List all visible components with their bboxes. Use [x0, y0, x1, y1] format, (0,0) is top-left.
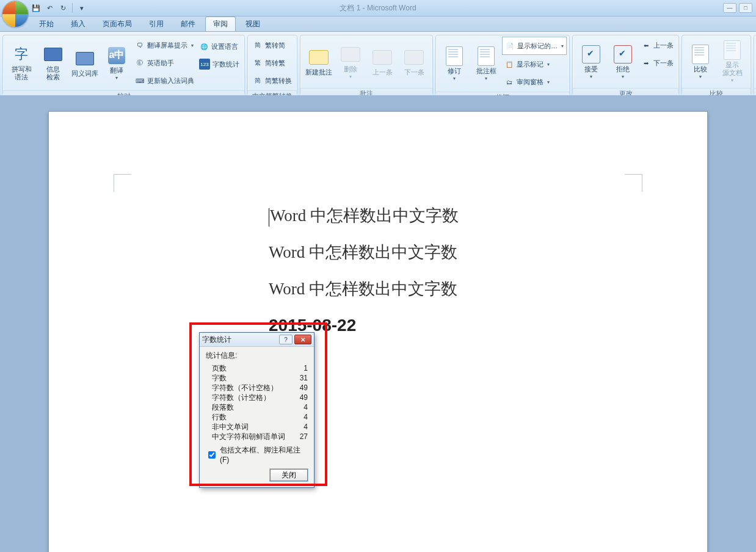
- btn-set-language[interactable]: 🌐 设置语言: [197, 38, 242, 55]
- spellcheck-icon: 字: [12, 45, 31, 64]
- dialog-close-btn[interactable]: 关闭: [270, 469, 308, 481]
- window-title: 文档 1 - Microsoft Word: [0, 3, 756, 13]
- new-comment-icon: [309, 48, 329, 67]
- btn-thesaurus[interactable]: 同义词库: [69, 38, 101, 88]
- btn-ime-update[interactable]: ⌨ 更新输入法词典: [133, 72, 197, 89]
- qat-redo[interactable]: ↻: [57, 2, 68, 13]
- btn-english-assistant[interactable]: Ⓔ 英语助手: [133, 54, 197, 71]
- stat-lines: 行数 4: [206, 412, 308, 422]
- tab-view[interactable]: 视图: [238, 17, 267, 31]
- btn-compare[interactable]: 比较: [685, 37, 716, 87]
- dialog-header: 统计信息:: [206, 350, 308, 361]
- qat-separator: [72, 3, 73, 13]
- delete-comment-icon: [341, 45, 360, 64]
- tab-home[interactable]: 开始: [32, 17, 61, 31]
- btn-research[interactable]: 信息检索: [37, 38, 69, 88]
- source-doc-icon: [722, 40, 742, 60]
- qat-undo[interactable]: ↶: [44, 2, 55, 13]
- balloons-icon: [476, 46, 496, 66]
- btn-show-markup[interactable]: 📋 显示标记: [502, 56, 567, 73]
- tab-review[interactable]: 审阅: [205, 16, 236, 31]
- ribbon: 字 拼写和语法 信息检索 同义词库 a中 翻译 🗨 翻译屏幕提示: [0, 32, 756, 98]
- btn-sc-to-tc[interactable]: 繁 简转繁: [250, 54, 294, 71]
- margin-mark-tr: [625, 174, 642, 192]
- btn-next-change[interactable]: ➡ 下一条: [639, 54, 676, 71]
- tab-mailings[interactable]: 邮件: [173, 17, 203, 31]
- dialog-close-button[interactable]: ✕: [294, 335, 311, 344]
- btn-show-source[interactable]: 显示源文档: [716, 37, 748, 87]
- btn-reviewing-pane[interactable]: 🗂 审阅窗格: [502, 73, 567, 90]
- research-icon: [43, 45, 63, 64]
- prev-change-icon: ⬅: [641, 40, 651, 50]
- ribbon-tabs: 开始 插入 页面布局 引用 邮件 审阅 视图: [0, 16, 756, 32]
- qat-customize[interactable]: ▾: [76, 2, 87, 13]
- reject-icon: [613, 45, 633, 64]
- minimize-button[interactable]: —: [723, 3, 736, 13]
- document-area[interactable]: Word 中怎样数出中文字数 Word 中怎样数出中文字数 Word 中怎样数出…: [0, 95, 756, 552]
- dd-display-for-review[interactable]: 📄 显示标记的…: [502, 37, 567, 55]
- dialog-help-button[interactable]: ?: [279, 335, 293, 344]
- group-proofing: 字 拼写和语法 信息检索 同义词库 a中 翻译 🗨 翻译屏幕提示: [2, 35, 245, 95]
- dialog-title: 字数统计: [202, 335, 279, 345]
- include-textboxes-input[interactable]: [208, 451, 216, 459]
- thesaurus-icon: [75, 49, 95, 68]
- english-icon: Ⓔ: [135, 58, 145, 68]
- sc-tc-icon: 繁: [253, 58, 263, 68]
- save-icon: 💾: [32, 4, 40, 12]
- stat-paragraphs: 段落数 4: [206, 402, 308, 412]
- pane-icon: 🗂: [504, 77, 514, 87]
- btn-spelling[interactable]: 字 拼写和语法: [5, 38, 37, 88]
- btn-accept[interactable]: 接受: [575, 37, 607, 87]
- group-compare: 比较 显示源文档 比较: [681, 35, 751, 95]
- btn-reject[interactable]: 拒绝: [607, 37, 639, 87]
- doc-line-2: Word 中怎样数出中文字数: [269, 234, 459, 271]
- btn-prev-comment[interactable]: 上一条: [366, 37, 398, 87]
- maximize-button[interactable]: □: [739, 3, 752, 13]
- compare-icon: [691, 45, 710, 64]
- btn-translation-tip[interactable]: 🗨 翻译屏幕提示: [133, 37, 197, 54]
- tab-references[interactable]: 引用: [142, 17, 171, 31]
- btn-track-changes[interactable]: 修订: [438, 38, 470, 89]
- display-review-icon: 📄: [505, 41, 515, 51]
- language-icon: 🌐: [199, 42, 209, 51]
- group-tracking: 修订 批注框 📄 显示标记的… 📋 显示标记 🗂 审阅窗格: [435, 35, 570, 95]
- stat-chinese-korean: 中文字符和朝鲜语单词 27: [206, 432, 308, 441]
- stat-words: 字数 31: [206, 373, 308, 383]
- stat-pages: 页数 1: [206, 363, 308, 373]
- qat-save[interactable]: 💾: [31, 2, 42, 13]
- tip-icon: 🗨: [135, 40, 145, 50]
- btn-delete-comment[interactable]: 删除: [335, 37, 366, 87]
- btn-prev-change[interactable]: ⬅ 上一条: [639, 37, 676, 54]
- office-button[interactable]: [2, 1, 29, 27]
- margin-mark-tl: [114, 174, 131, 192]
- stat-non-chinese: 非中文单词 4: [206, 422, 308, 432]
- btn-next-comment[interactable]: 下一条: [398, 37, 430, 87]
- tab-insert[interactable]: 插入: [64, 17, 93, 31]
- dialog-title-bar[interactable]: 字数统计 ? ✕: [200, 333, 314, 347]
- track-icon: [445, 46, 464, 66]
- title-bar: 💾 ↶ ↻ ▾ 文档 1 - Microsoft Word — □: [0, 0, 756, 16]
- translate-icon: a中: [107, 46, 126, 65]
- group-chinese: 简 繁转简 繁 简转繁 简 简繁转换 中文简繁转换: [247, 35, 297, 95]
- group-protect: 保护文档 保护: [754, 35, 756, 95]
- window-controls: — □: [723, 3, 756, 13]
- dialog-body: 统计信息: 页数 1 字数 31 字符数（不计空格） 49 字符数（计空格） 4…: [200, 347, 314, 487]
- tab-layout[interactable]: 页面布局: [95, 17, 139, 31]
- group-comments: 新建批注 删除 上一条 下一条 批注: [300, 35, 433, 95]
- convert-icon: 简: [253, 76, 263, 85]
- prev-comment-icon: [373, 48, 392, 67]
- btn-new-comment[interactable]: 新建批注: [303, 37, 335, 87]
- btn-balloons[interactable]: 批注框: [470, 38, 502, 89]
- next-comment-icon: [404, 48, 424, 67]
- btn-translate[interactable]: a中 翻译: [101, 38, 133, 88]
- btn-sc-tc-convert[interactable]: 简 简繁转换: [250, 72, 294, 89]
- btn-word-count[interactable]: 123 字数统计: [197, 56, 242, 73]
- undo-icon: ↶: [47, 4, 53, 12]
- btn-tc-to-sc[interactable]: 简 繁转简: [250, 37, 294, 54]
- document-body[interactable]: Word 中怎样数出中文字数 Word 中怎样数出中文字数 Word 中怎样数出…: [269, 197, 459, 344]
- page[interactable]: Word 中怎样数出中文字数 Word 中怎样数出中文字数 Word 中怎样数出…: [48, 111, 708, 552]
- chevron-down-icon: ▾: [80, 4, 84, 12]
- include-textboxes-checkbox[interactable]: 包括文本框、脚注和尾注(F): [206, 445, 308, 464]
- stat-chars-nospace: 字符数（不计空格） 49: [206, 383, 308, 393]
- ime-icon: ⌨: [135, 76, 145, 85]
